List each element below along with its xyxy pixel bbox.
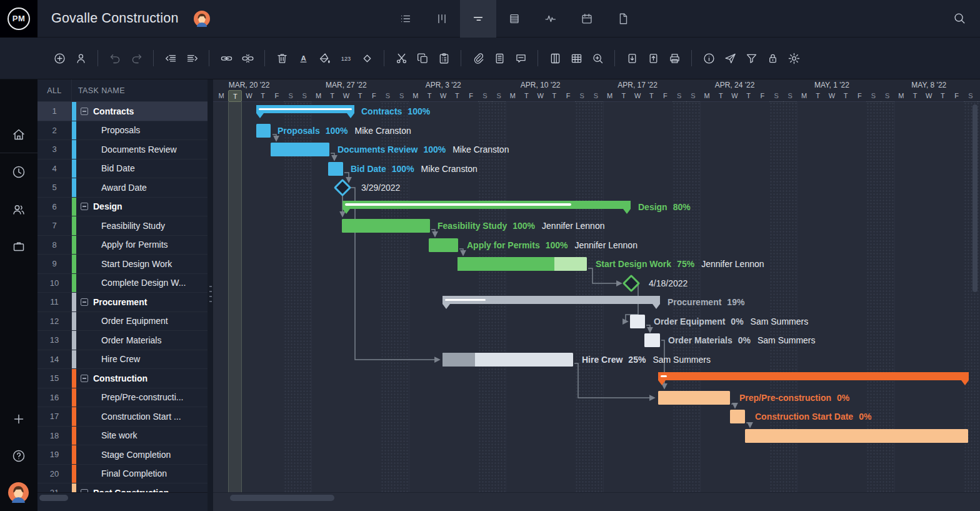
redo-button[interactable] [126, 48, 147, 69]
add-task-button[interactable] [49, 48, 70, 69]
columns-button[interactable] [544, 48, 566, 69]
milestone-diamond[interactable] [334, 179, 351, 196]
task-bar[interactable] [442, 353, 573, 367]
task-row-19[interactable]: 19Stage Completion [38, 445, 208, 465]
toolbar-separator [461, 50, 461, 66]
task-bar[interactable] [630, 315, 645, 328]
task-row-17[interactable]: 17Construction Start ... [38, 407, 208, 427]
copy-button[interactable] [412, 48, 433, 69]
project-owner-avatar[interactable] [194, 11, 210, 27]
assign-user-button[interactable] [70, 48, 91, 69]
task-bar[interactable] [730, 410, 745, 423]
indent-button[interactable] [181, 48, 202, 69]
paste-button[interactable] [433, 48, 454, 69]
task-bar[interactable] [458, 257, 587, 271]
task-row-20[interactable]: 20Final Completion [38, 465, 208, 484]
rail-team[interactable] [11, 202, 26, 217]
comment-button[interactable] [510, 48, 531, 69]
notes-button[interactable] [489, 48, 510, 69]
task-row-4[interactable]: 4Bid Date [38, 159, 208, 179]
grid-button[interactable] [566, 48, 587, 69]
task-row-18[interactable]: 18Site work [38, 427, 208, 446]
zoom-button[interactable] [587, 48, 608, 69]
panel-splitter[interactable] [208, 79, 213, 511]
task-row-1[interactable]: 1Contracts [38, 102, 208, 121]
tab-list-view[interactable] [388, 0, 424, 38]
chart-hscroll-thumb[interactable] [230, 495, 334, 501]
summary-bar[interactable] [256, 105, 354, 113]
task-row-16[interactable]: 16Prep/Pre-constructi... [38, 388, 208, 408]
print-button[interactable] [664, 48, 685, 69]
link-tasks-button[interactable] [216, 48, 237, 69]
info-button[interactable] [698, 48, 719, 69]
tab-activity-view[interactable] [532, 0, 569, 38]
number-button[interactable]: 123 [335, 48, 356, 69]
task-bar[interactable] [644, 333, 660, 347]
export-button[interactable] [642, 48, 664, 69]
tab-sheet-view[interactable] [496, 0, 532, 38]
collapse-icon[interactable] [81, 203, 88, 210]
task-color-strip [72, 388, 76, 407]
task-row-7[interactable]: 7Feasibility Study [38, 216, 208, 236]
task-row-14[interactable]: 14Hire Crew [38, 350, 208, 370]
task-row-2[interactable]: 2Proposals [38, 121, 208, 141]
tab-files-view[interactable] [605, 0, 641, 38]
tab-calendar-view[interactable] [569, 0, 605, 38]
cut-button[interactable] [391, 48, 412, 69]
task-bar[interactable] [256, 124, 271, 138]
topbar: PM Govalle Construction [0, 0, 980, 38]
rail-home[interactable] [11, 127, 26, 142]
task-bar[interactable] [658, 391, 730, 405]
settings-button[interactable] [783, 48, 804, 69]
task-bar[interactable] [271, 143, 329, 156]
search-icon[interactable] [952, 11, 968, 26]
rail-create[interactable] [11, 412, 26, 427]
task-row-3[interactable]: 3Documents Review [38, 140, 208, 159]
task-row-21[interactable]: 21Post Construction [38, 483, 208, 492]
filter-button[interactable] [741, 48, 762, 69]
import-button[interactable] [621, 48, 642, 69]
task-panel-hscroll-thumb[interactable] [39, 495, 68, 501]
collapse-icon[interactable] [81, 375, 88, 382]
task-row-5[interactable]: 5Award Date [38, 178, 208, 198]
tab-board-view[interactable] [424, 0, 460, 38]
task-row-9[interactable]: 9Start Design Work [38, 255, 208, 274]
column-task-name-header[interactable]: TASK NAME [72, 86, 125, 95]
lock-button[interactable] [762, 48, 783, 69]
task-row-13[interactable]: 13Order Materials [38, 331, 208, 350]
task-bar[interactable] [342, 219, 430, 233]
task-bar[interactable] [429, 238, 458, 252]
task-row-11[interactable]: 11Procurement [38, 293, 208, 312]
column-all-header[interactable]: ALL [38, 79, 72, 102]
day-cell: T [548, 90, 561, 102]
font-color-button[interactable]: A [292, 48, 314, 69]
milestone-button[interactable] [356, 48, 378, 69]
rail-history[interactable] [11, 164, 26, 180]
attach-button[interactable] [468, 48, 489, 69]
task-row-10[interactable]: 10Complete Design W... [38, 274, 208, 293]
user-avatar[interactable] [8, 482, 29, 503]
collapse-icon[interactable] [81, 298, 88, 306]
rail-help[interactable] [11, 448, 26, 463]
undo-button[interactable] [104, 48, 126, 69]
milestone-diamond[interactable] [622, 275, 640, 292]
task-row-15[interactable]: 15Construction [38, 369, 208, 388]
summary-bar[interactable] [658, 372, 969, 380]
fill-color-button[interactable] [314, 48, 335, 69]
summary-bar[interactable] [442, 296, 660, 304]
task-bar[interactable] [328, 162, 343, 176]
collapse-icon[interactable] [81, 108, 88, 115]
share-button[interactable] [719, 48, 741, 69]
app-logo[interactable]: PM [0, 0, 38, 38]
unlink-tasks-button[interactable] [237, 48, 258, 69]
summary-bar[interactable] [342, 201, 631, 209]
task-row-8[interactable]: 8Apply for Permits [38, 236, 208, 255]
task-row-6[interactable]: 6Design [38, 198, 208, 217]
outdent-button[interactable] [160, 48, 181, 69]
task-bar[interactable] [745, 429, 968, 443]
task-row-12[interactable]: 12Order Equipment [38, 312, 208, 331]
delete-button[interactable] [271, 48, 292, 69]
chart-vscroll-thumb[interactable] [972, 104, 978, 292]
tab-gantt-view[interactable] [460, 0, 496, 38]
rail-portfolio[interactable] [11, 239, 26, 254]
